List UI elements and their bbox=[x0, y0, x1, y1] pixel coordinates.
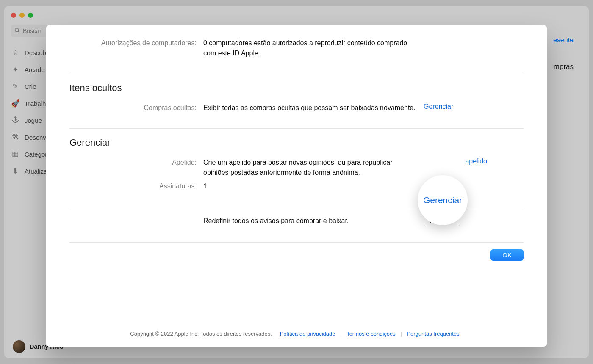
ok-button[interactable]: OK bbox=[490, 249, 524, 261]
account-settings-modal: Autorizações de computadores: 0 computad… bbox=[46, 25, 547, 347]
sidebar-item-label: Crie bbox=[25, 83, 36, 90]
grid-icon: ▦ bbox=[11, 150, 19, 159]
value-subscriptions-count: 1 bbox=[203, 181, 424, 191]
download-icon: ⬇ bbox=[11, 167, 19, 176]
hammer-icon: 🛠 bbox=[11, 133, 19, 141]
manage-hidden-purchases-link[interactable]: Gerenciar bbox=[424, 103, 453, 110]
purchases-heading: mpras bbox=[553, 63, 574, 71]
copyright-text: Copyright © 2022 Apple Inc. Todos os dir… bbox=[130, 331, 272, 337]
close-icon[interactable] bbox=[11, 13, 16, 18]
label-hidden-purchases: Compras ocultas: bbox=[69, 103, 203, 113]
titlebar bbox=[4, 6, 589, 25]
gift-card-link[interactable]: esente bbox=[553, 36, 574, 44]
terms-link[interactable]: Termos e condições bbox=[346, 331, 396, 337]
manage-subscriptions-link[interactable]: Gerenciar bbox=[423, 195, 462, 205]
minimize-icon[interactable] bbox=[19, 13, 25, 18]
svg-point-0 bbox=[15, 28, 19, 31]
rocket-icon: 🚀 bbox=[11, 99, 19, 108]
section-authorizations: Autorizações de computadores: 0 computad… bbox=[69, 35, 524, 74]
modal-footer: Copyright © 2022 Apple Inc. Todos os dir… bbox=[69, 318, 524, 338]
dialog-actions: OK bbox=[69, 242, 524, 264]
value-reset-warnings: Redefinir todos os avisos para comprar e… bbox=[203, 216, 424, 226]
star-icon: ☆ bbox=[11, 48, 19, 57]
search-icon bbox=[14, 28, 20, 35]
faq-link[interactable]: Perguntas frequentes bbox=[407, 331, 459, 337]
maximize-icon[interactable] bbox=[28, 13, 33, 18]
label-subscriptions: Assinaturas: bbox=[69, 181, 203, 191]
section-hidden-items: Itens ocultos Compras ocultas: Exibir to… bbox=[69, 74, 524, 129]
label-computer-authorizations: Autorizações de computadores: bbox=[69, 38, 203, 48]
value-computer-authorizations: 0 computadores estão autorizados a repro… bbox=[203, 38, 424, 58]
svg-line-1 bbox=[18, 31, 19, 32]
arcade-icon: ✦ bbox=[11, 65, 19, 74]
magnifier-callout: Gerenciar bbox=[418, 175, 468, 225]
section-title-hidden-items: Itens ocultos bbox=[69, 83, 524, 94]
section-title-manage: Gerenciar bbox=[69, 137, 524, 148]
sidebar-item-label: Jogue bbox=[25, 117, 42, 124]
value-hidden-purchases: Exibir todas as compras ocultas que poss… bbox=[203, 103, 424, 113]
label-nickname: Apelido: bbox=[69, 157, 203, 168]
search-placeholder: Buscar bbox=[23, 28, 42, 34]
value-nickname-desc: Crie um apelido para postar novas opiniõ… bbox=[203, 157, 424, 178]
privacy-policy-link[interactable]: Política de privacidade bbox=[280, 331, 335, 337]
create-nickname-link[interactable]: apelido bbox=[465, 157, 487, 165]
gamepad-icon: 🕹 bbox=[11, 116, 19, 124]
pencil-icon: ✎ bbox=[11, 82, 19, 91]
traffic-lights bbox=[11, 13, 33, 18]
avatar bbox=[13, 340, 25, 353]
sidebar-item-label: Arcade bbox=[25, 66, 45, 73]
